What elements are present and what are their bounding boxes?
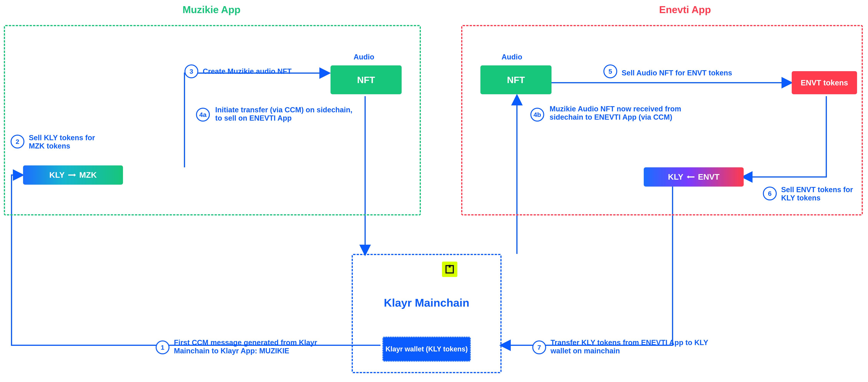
step-5-label: Sell Audio NFT for ENVT tokens: [622, 69, 732, 77]
step-1-label: First CCM message generated from Klayr M…: [174, 339, 332, 355]
swap-kly-mzk-to: MZK: [77, 170, 99, 180]
mainchain-title: Klayr Mainchain: [377, 296, 476, 309]
step-4a-label: Initiate transfer (via CCM) on sidechain…: [215, 106, 355, 122]
step-6-circle: 6: [763, 186, 777, 200]
arrow-left-icon: [686, 175, 695, 179]
svg-rect-3: [449, 265, 451, 268]
step-7-circle: 7: [532, 341, 546, 354]
step-2-circle: 2: [10, 135, 24, 148]
step-2-label: Sell KLY tokens for MZK tokens: [29, 134, 110, 150]
envt-tokens-node: ENVT tokens: [792, 71, 857, 94]
swap-kly-mzk: KLY MZK: [23, 166, 123, 185]
klayr-logo-icon: [442, 262, 457, 277]
arrow-right-icon: [67, 173, 77, 177]
swap-kly-envt: KLY ENVT: [644, 167, 744, 186]
diagram-canvas: Muzikie App 2 Sell KLY tokens for MZK to…: [0, 0, 868, 382]
enevti-nft-node: NFT: [480, 65, 552, 94]
muzikie-title: Muzikie App: [183, 4, 240, 16]
swap-kly-envt-from: KLY: [665, 172, 686, 182]
step-4b-label: Muzikie Audio NFT now received from side…: [550, 105, 700, 121]
klayr-wallet: Klayr wallet (KLY tokens): [382, 336, 471, 362]
muzikie-nft-audio-label: Audio: [353, 53, 374, 61]
step-6-label: Sell ENVT tokens for KLY tokens: [781, 186, 858, 202]
enevti-title: Enevti App: [659, 4, 711, 16]
step-7-label: Transfer KLY tokens from ENEVTI App to K…: [551, 339, 708, 355]
step-1-circle: 1: [156, 341, 169, 354]
step-3-circle: 3: [184, 64, 198, 78]
step-3-label: Create Muzikie audio NFT: [203, 67, 291, 76]
muzikie-nft-node: NFT: [331, 65, 402, 94]
step-4a-circle: 4a: [196, 108, 210, 122]
enevti-nft-audio-label: Audio: [501, 53, 522, 61]
step-5-circle: 5: [603, 64, 617, 78]
step-4b-circle: 4b: [530, 108, 544, 122]
swap-kly-envt-to: ENVT: [695, 172, 722, 182]
swap-kly-mzk-from: KLY: [46, 170, 67, 180]
